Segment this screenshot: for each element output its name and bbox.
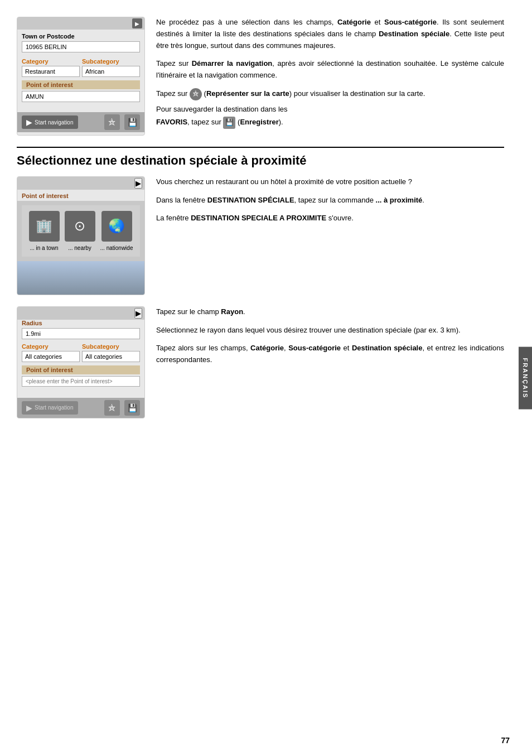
top-text-block: Ne procédez pas à une sélection dans les…: [156, 17, 504, 136]
town-postcode-label: Town or Postcode: [22, 33, 140, 40]
poi-ui-mid: ▶ Point of interest 🏢 ... in a town: [17, 176, 145, 295]
radius-cat-value[interactable]: All categories: [22, 351, 80, 362]
radius-bottom-bar: ▶ Start navigation ⛤ 💾: [17, 398, 144, 418]
poi-header: ▶: [17, 177, 144, 190]
save-btn-bottom[interactable]: 💾: [124, 400, 140, 416]
bottom-para2: Sélectionnez le rayon dans lequel vous d…: [156, 325, 504, 336]
poi-value-top[interactable]: AMUN: [22, 91, 140, 102]
radius-ui: ▶ Radius 1.9mi Category All categories S…: [17, 306, 145, 418]
nationwide-icon: 🌏: [108, 218, 125, 234]
map-icon-inline: ⛤: [190, 88, 202, 100]
save-btn-top[interactable]: 💾: [124, 114, 140, 130]
nav-arrow-btn[interactable]: ▶: [132, 18, 142, 28]
save-icon-bottom: 💾: [128, 403, 137, 412]
top-para3: Tapez sur ⛤ (Représenter sur la carte) p…: [156, 88, 504, 100]
nationwide-label[interactable]: ... nationwide: [100, 245, 133, 251]
town-postcode-value[interactable]: 10965 BERLIN: [22, 41, 140, 52]
radius-subcat-label: Subcategory: [82, 343, 140, 350]
mid-para3: La fenêtre DESTINATION SPECIALE A PROXIM…: [156, 213, 504, 224]
nearby-label[interactable]: ... nearby: [68, 245, 91, 251]
mid-para2: Dans la fenêtre DESTINATION SPÉCIALE, ta…: [156, 195, 504, 206]
radius-field-label: Radius: [22, 320, 140, 326]
poi-icon-nationwide: 🌏 ... nationwide: [100, 211, 133, 251]
subcategory-value[interactable]: African: [82, 66, 140, 77]
radius-subcat-value[interactable]: All categories: [82, 351, 140, 362]
start-navigation-btn-top[interactable]: ▶ Start navigation: [22, 115, 78, 129]
map-view-btn-top[interactable]: ⛤: [104, 114, 120, 130]
bottom-text-block: Tapez sur le champ Rayon. Sélectionnez l…: [156, 306, 504, 418]
nationwide-icon-box[interactable]: 🌏: [101, 211, 132, 242]
save-icon: 💾: [128, 118, 137, 127]
mid-text-block: Vous cherchez un restaurant ou un hôtel …: [156, 176, 504, 295]
nearby-icon-box[interactable]: ⊙: [65, 211, 95, 242]
nearby-icon: ⊙: [74, 218, 85, 234]
top-para1: Ne procédez pas à une sélection dans les…: [156, 17, 504, 51]
radius-header: ▶: [17, 307, 144, 320]
town-icon-box[interactable]: 🏢: [29, 211, 60, 242]
page-number: 77: [501, 736, 510, 745]
poi-icon-bar: 🏢 ... in a town ⊙ ... nearby: [17, 201, 144, 261]
section-heading: Sélectionnez une destination spéciale à …: [17, 147, 504, 168]
bottom-para3: Tapez alors sur les champs, Catégorie, S…: [156, 343, 504, 366]
map-view-icon-bottom: ⛤: [108, 403, 116, 412]
nav-ui-top: ▶ Town or Postcode 10965 BERLIN Category…: [17, 17, 145, 136]
poi-map-area: [17, 261, 144, 295]
poi-field-label-mid: Point of interest: [17, 190, 144, 201]
radius-poi-label: Point of interest: [22, 365, 140, 374]
poi-icons-row: 🏢 ... in a town ⊙ ... nearby: [22, 205, 140, 257]
town-label[interactable]: ... in a town: [30, 245, 58, 251]
poi-arrow-btn[interactable]: ▶: [134, 178, 142, 189]
save-icon-inline: 💾: [223, 117, 235, 129]
side-language-tab: FRANÇAIS: [519, 346, 532, 410]
poi-icon-town: 🏢 ... in a town: [29, 211, 60, 251]
radius-poi-value[interactable]: <please enter the Point of interest>: [22, 376, 140, 387]
mid-section: ▶ Point of interest 🏢 ... in a town: [17, 176, 504, 295]
category-label: Category: [22, 58, 80, 65]
map-view-btn-bottom[interactable]: ⛤: [104, 400, 120, 416]
start-navigation-btn-bottom[interactable]: ▶ Start navigation: [22, 401, 78, 415]
nav-bottom-bar-top: ▶ Start navigation ⛤ 💾: [17, 112, 144, 132]
top-section: ▶ Town or Postcode 10965 BERLIN Category…: [17, 17, 504, 136]
bottom-section: ▶ Radius 1.9mi Category All categories S…: [17, 306, 504, 418]
radius-cat-label: Category: [22, 343, 80, 350]
radius-arrow-icon: ▶: [26, 403, 32, 412]
top-para4: Pour sauvegarder la destination dans les: [156, 104, 504, 115]
nav-arrow-icon: ▶: [26, 118, 32, 127]
bottom-para1: Tapez sur le champ Rayon.: [156, 306, 504, 318]
subcategory-label: Subcategory: [82, 58, 140, 65]
town-icon: 🏢: [36, 218, 52, 234]
top-para2: Tapez sur Démarrer la navigation, après …: [156, 58, 504, 81]
category-value[interactable]: Restaurant: [22, 66, 80, 77]
mid-para1: Vous cherchez un restaurant ou un hôtel …: [156, 176, 504, 188]
radius-arrow-btn[interactable]: ▶: [134, 308, 142, 319]
poi-label-top: Point of interest: [22, 80, 140, 89]
map-view-icon: ⛤: [108, 118, 116, 127]
poi-icon-nearby: ⊙ ... nearby: [65, 211, 95, 251]
radius-value[interactable]: 1.9mi: [22, 328, 140, 339]
top-para5: FAVORIS, tapez sur 💾 (Enregistrer).: [156, 117, 504, 129]
